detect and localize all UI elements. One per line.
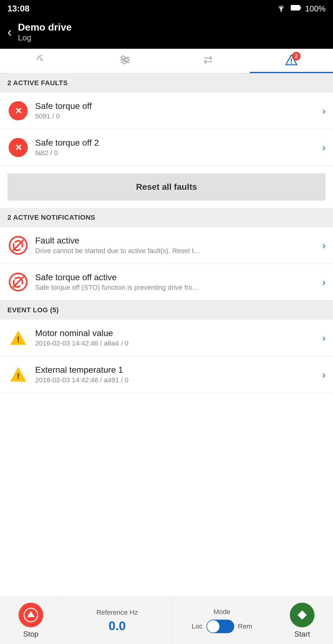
mode-section: Mode Loc Rem xyxy=(173,597,271,644)
transfer-icon xyxy=(201,53,215,69)
battery-percentage: 100% xyxy=(305,4,326,14)
event-content-1: Motor nominal value 2016-02-03 14:42:46 … xyxy=(35,328,318,347)
mode-toggle[interactable]: Loc Rem xyxy=(192,620,252,633)
event-item-2[interactable]: ! External temperature 1 2016-02-03 14:4… xyxy=(0,356,333,393)
event-title-2: External temperature 1 xyxy=(35,365,318,375)
bottom-bar: Stop Reference Hz 0.0 Mode Loc Rem Start xyxy=(0,597,333,644)
fault-subtitle-1: 5091 / 0 xyxy=(35,112,318,120)
tab-bar: 2 xyxy=(0,49,333,73)
fault-chevron-1: › xyxy=(322,105,326,117)
tab-transfer[interactable] xyxy=(167,49,250,73)
notification-item-2[interactable]: Safe torque off active Safe torque off (… xyxy=(0,264,333,301)
event-chevron-2: › xyxy=(322,369,326,380)
toggle-track[interactable] xyxy=(206,620,234,633)
notification-chevron-2: › xyxy=(322,276,326,288)
nav-subtitle: Log xyxy=(18,33,72,43)
active-faults-header: 2 ACTIVE FAULTS xyxy=(0,73,333,93)
svg-rect-1 xyxy=(291,5,300,10)
svg-marker-23 xyxy=(27,611,35,617)
tab-dashboard[interactable] xyxy=(0,49,83,73)
svg-point-15 xyxy=(291,63,292,64)
notification-icon-2 xyxy=(7,271,29,293)
event-title-1: Motor nominal value xyxy=(35,328,318,338)
fault-content-1: Safe torque off 5091 / 0 xyxy=(35,101,318,120)
svg-point-0 xyxy=(280,10,282,11)
notification-content-2: Safe torque off active Safe torque off (… xyxy=(35,272,318,292)
reset-btn-container: Reset all faults xyxy=(0,166,333,208)
start-icon xyxy=(294,607,310,623)
no-drive-icon-2 xyxy=(9,272,28,292)
drive-name: Demo drive xyxy=(18,22,72,33)
fault-item-2[interactable]: Safe torque off 2 fa82 / 0 › xyxy=(0,129,333,166)
stop-label: Stop xyxy=(23,630,38,638)
event-content-2: External temperature 1 2016-02-03 14:42:… xyxy=(35,365,318,384)
fault-content-2: Safe torque off 2 fa82 / 0 xyxy=(35,138,318,157)
event-log-header: EVENT LOG (5) xyxy=(0,301,333,320)
no-drive-icon-1 xyxy=(9,236,28,255)
notification-item-1[interactable]: Fault active Drive cannot be started due… xyxy=(0,227,333,264)
event-subtitle-1: 2016-02-03 14:42:46 / a6a4 / 0 xyxy=(35,339,318,347)
error-circle-1 xyxy=(9,101,28,120)
fault-title-1: Safe torque off xyxy=(35,101,318,111)
error-circle-2 xyxy=(9,138,28,157)
top-nav: ‹ Demo drive Log xyxy=(0,17,333,49)
fault-icon-1 xyxy=(7,100,29,122)
event-subtitle-2: 2016-02-03 14:42:46 / a491 / 0 xyxy=(35,376,318,384)
notification-icon-1 xyxy=(7,235,29,256)
stop-section: Stop xyxy=(0,597,62,644)
notification-subtitle-2: Safe torque off (STO) function is preven… xyxy=(35,284,318,292)
svg-point-10 xyxy=(123,61,126,64)
event-icon-1: ! xyxy=(7,327,29,349)
fault-subtitle-2: fa82 / 0 xyxy=(35,149,318,157)
fault-title-2: Safe torque off 2 xyxy=(35,138,318,148)
reference-value: 0.0 xyxy=(109,619,126,633)
fault-item-1[interactable]: Safe torque off 5091 / 0 › xyxy=(0,93,333,129)
notification-title-2: Safe torque off active xyxy=(35,272,318,282)
back-button[interactable]: ‹ xyxy=(7,25,12,39)
warning-triangle-icon-1: ! xyxy=(10,329,27,347)
tab-controls[interactable] xyxy=(83,49,167,73)
event-icon-2: ! xyxy=(7,364,29,385)
notification-content-1: Fault active Drive cannot be started due… xyxy=(35,236,318,255)
wifi-icon xyxy=(276,3,287,14)
status-bar: 13:08 100% xyxy=(0,0,333,17)
svg-text:!: ! xyxy=(17,372,20,381)
tab-alerts[interactable]: 2 xyxy=(250,49,333,73)
start-section: Start xyxy=(271,597,333,644)
event-chevron-1: › xyxy=(322,332,326,344)
title-block: Demo drive Log xyxy=(18,22,72,43)
alerts-badge: 2 xyxy=(292,52,301,60)
battery-icon xyxy=(290,3,302,14)
controls-icon xyxy=(118,53,132,69)
notification-title-1: Fault active xyxy=(35,236,318,246)
status-right-icons: 100% xyxy=(276,3,326,14)
status-time: 13:08 xyxy=(7,4,30,14)
start-label: Start xyxy=(294,630,310,638)
fault-icon-2 xyxy=(7,137,29,158)
stop-button[interactable] xyxy=(19,603,43,627)
svg-marker-24 xyxy=(298,610,307,620)
toggle-thumb xyxy=(207,620,219,633)
warning-triangle-icon-2: ! xyxy=(10,366,27,383)
notification-chevron-1: › xyxy=(322,240,326,251)
reset-all-faults-button[interactable]: Reset all faults xyxy=(7,173,326,201)
fault-chevron-2: › xyxy=(322,142,326,153)
svg-rect-2 xyxy=(300,6,301,9)
reference-label: Reference Hz xyxy=(96,609,138,617)
mode-label: Mode xyxy=(213,608,230,616)
notification-subtitle-1: Drive cannot be started due to active fa… xyxy=(35,247,318,255)
svg-line-4 xyxy=(40,57,42,60)
dashboard-icon xyxy=(35,53,48,69)
svg-point-6 xyxy=(122,56,125,59)
rem-label: Rem xyxy=(238,622,252,630)
stop-icon xyxy=(23,607,39,623)
reference-hz-section: Reference Hz 0.0 xyxy=(62,597,173,644)
event-item-1[interactable]: ! Motor nominal value 2016-02-03 14:42:4… xyxy=(0,320,333,356)
loc-label: Loc xyxy=(192,622,202,630)
start-button[interactable] xyxy=(290,603,314,627)
active-notifications-header: 2 ACTIVE NOTIFICATIONS xyxy=(0,208,333,227)
svg-text:!: ! xyxy=(17,335,20,344)
